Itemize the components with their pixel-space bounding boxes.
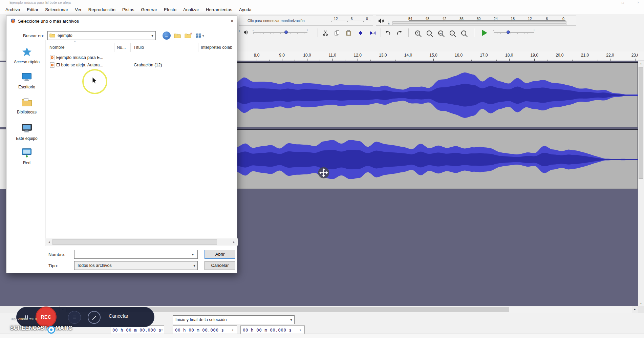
menu-ver[interactable]: Ver <box>71 6 85 14</box>
fit-project-icon: ↔ <box>450 30 455 36</box>
maximize-icon[interactable]: □ <box>617 0 628 5</box>
channel-right-label: R <box>388 23 390 26</box>
toolbar-separator <box>381 28 381 37</box>
column-header-nombre[interactable]: Nombre <box>49 45 64 50</box>
column-divider[interactable] <box>114 43 114 52</box>
up-one-level-button[interactable]: ↑ <box>173 31 182 40</box>
scroll-up-icon[interactable]: ▲ <box>638 61 644 66</box>
file-row[interactable]: El bote se aleja. Autora... Grabación (1… <box>47 61 237 69</box>
recorded-with-label: RECORDED WITH <box>12 318 37 320</box>
redo-button[interactable] <box>395 28 404 37</box>
file-row[interactable]: Ejemplo música para E... <box>47 54 237 61</box>
menu-efecto[interactable]: Efecto <box>160 6 180 14</box>
cut-button[interactable] <box>321 28 330 37</box>
fit-project-button[interactable]: ↔ <box>448 28 456 37</box>
scroll-down-icon[interactable]: ▼ <box>638 301 644 306</box>
undo-button[interactable] <box>383 28 392 37</box>
column-divider[interactable] <box>198 43 198 52</box>
menu-herramientas[interactable]: Herramientas <box>202 6 236 14</box>
play-speed-slider[interactable]: - + <box>494 29 534 36</box>
new-folder-icon: + <box>185 33 191 38</box>
column-header-interpretes[interactable]: Intérpretes colab <box>201 45 232 50</box>
column-divider[interactable] <box>130 43 131 52</box>
zoom-toggle-button[interactable]: · <box>459 28 468 37</box>
scroll-right-icon[interactable]: ► <box>231 238 237 246</box>
vertical-scrollbar-thumb[interactable] <box>639 67 643 179</box>
timeline-label: 16,0 <box>451 53 466 58</box>
sidebar-item-desktop[interactable]: Escritorio <box>9 71 44 89</box>
playback-speaker-icon <box>244 30 249 36</box>
selection-end-time[interactable]: 00 h 00 m 00.000 s ▾ <box>240 325 305 334</box>
menu-ayuda[interactable]: Ayuda <box>236 6 255 14</box>
chevron-down-icon[interactable]: ▾ <box>232 329 237 332</box>
sidebar-item-this-pc[interactable]: Este equipo <box>9 122 44 141</box>
lookin-dropdown[interactable]: ejemplo ▾ <box>47 31 156 40</box>
sidebar-item-libraries[interactable]: Bibliotecas <box>9 97 44 114</box>
vertical-scrollbar[interactable]: ▲ ▼ <box>638 61 644 306</box>
computer-icon <box>21 122 33 134</box>
timeline-label: 23,0 <box>628 53 638 58</box>
new-folder-button[interactable]: + <box>184 31 192 40</box>
back-button[interactable]: ← <box>163 31 171 40</box>
views-menu-button[interactable]: ▾ <box>194 32 206 40</box>
dialog-list-scrollbar-thumb[interactable] <box>52 239 217 245</box>
selection-mode-dropdown[interactable]: Inicio y final de la selección ▾ <box>173 315 295 324</box>
menubar: Archivo Editar Seleccionar Ver Reproducc… <box>0 6 644 14</box>
selection-start-time[interactable]: 00 h 00 m 00.000 s ▾ <box>173 325 237 334</box>
dialog-list-scrollbar[interactable]: ◄ ► <box>45 238 238 246</box>
play-at-speed-button[interactable] <box>480 28 489 37</box>
play-meter-bar-right <box>392 23 566 25</box>
sidebar-item-network[interactable]: Red <box>9 147 44 165</box>
menu-generar[interactable]: Generar <box>137 6 160 14</box>
star-icon <box>21 46 33 57</box>
slider-minus-label: - <box>253 28 254 32</box>
dialog-close-icon[interactable]: × <box>227 16 237 26</box>
file-type-dropdown[interactable]: Todos los archivos ▾ <box>74 261 198 270</box>
timeline-label: 14,0 <box>401 53 415 58</box>
timeline-label: 19,0 <box>527 53 542 58</box>
record-button[interactable]: REC <box>36 307 57 328</box>
column-header-numero[interactable]: Nú... <box>117 45 126 50</box>
close-icon[interactable]: × <box>632 0 644 5</box>
record-tick: -12 <box>329 17 341 21</box>
menu-editar[interactable]: Editar <box>23 6 42 14</box>
file-name: Ejemplo música para E... <box>56 55 103 60</box>
zoom-in-button[interactable]: + <box>413 28 422 37</box>
chevron-down-icon[interactable]: ▾ <box>161 329 164 332</box>
menu-reproduccion[interactable]: Reproducción <box>85 6 119 14</box>
audio-file-icon <box>50 62 55 69</box>
scroll-right-icon[interactable]: ► <box>632 306 638 313</box>
recorder-menu-button[interactable]: ≡ <box>68 311 81 324</box>
copy-button[interactable] <box>332 28 341 37</box>
menu-pistas[interactable]: Pistas <box>119 6 137 14</box>
open-button[interactable]: Abrir <box>205 250 235 259</box>
chevron-down-icon[interactable]: ▾ <box>192 253 194 256</box>
move-cursor-icon <box>318 167 330 180</box>
zoom-out-button[interactable]: - <box>425 28 433 37</box>
menu-archivo[interactable]: Archivo <box>2 6 23 14</box>
sidebar-item-quick-access[interactable]: Acceso rápido <box>9 46 44 64</box>
paste-button[interactable] <box>344 28 353 37</box>
redo-icon <box>396 30 402 36</box>
menu-analizar[interactable]: Analizar <box>180 6 202 14</box>
minimize-icon[interactable]: — <box>600 0 611 5</box>
menu-seleccionar[interactable]: Seleccionar <box>42 6 71 14</box>
cancel-button[interactable]: Cancelar <box>205 261 235 270</box>
silence-audio-button[interactable] <box>368 28 377 37</box>
scroll-left-icon[interactable]: ◄ <box>46 238 52 246</box>
file-name-input[interactable] <box>74 250 198 259</box>
timeline-label: 13,0 <box>375 53 390 58</box>
recorder-cancel-button[interactable]: Cancelar <box>109 313 128 319</box>
record-meter[interactable]: – Clic para comenzar monitorización -12 … <box>239 16 373 26</box>
playback-volume-thumb[interactable] <box>284 30 288 34</box>
playback-volume-slider[interactable]: - + <box>253 29 307 36</box>
chevron-down-icon[interactable]: ▾ <box>300 329 304 332</box>
recorder-draw-button[interactable] <box>88 311 101 324</box>
fit-selection-button[interactable]: ▬ <box>436 28 445 37</box>
toolbar-separator <box>474 28 475 37</box>
timeline-label: 12,0 <box>350 53 365 58</box>
column-header-titulo[interactable]: Título <box>133 45 144 50</box>
trim-audio-button[interactable] <box>356 28 365 37</box>
playback-meter[interactable]: L R -54 -48 -42 -36 -30 -24 -18 -12 -6 0 <box>376 16 576 26</box>
play-speed-thumb[interactable] <box>507 30 510 34</box>
